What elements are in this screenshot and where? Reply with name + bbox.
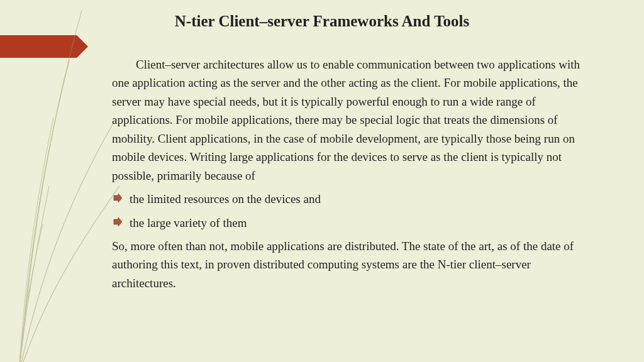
bullet-list: the limited resources on the devices and… bbox=[112, 190, 587, 232]
slide-body: Client–server architectures allow us to … bbox=[112, 55, 587, 292]
arrow-bullet-icon bbox=[113, 217, 122, 226]
list-item: the large variety of them bbox=[112, 214, 587, 232]
paragraph-conclusion: So, more often than not, mobile applicat… bbox=[112, 237, 587, 292]
list-item: the limited resources on the devices and bbox=[112, 190, 587, 208]
paragraph-intro: Client–server architectures allow us to … bbox=[112, 55, 587, 185]
slide-title: N-tier Client–server Frameworks And Tool… bbox=[0, 13, 644, 30]
accent-banner bbox=[0, 35, 77, 58]
list-item-text: the limited resources on the devices and bbox=[130, 192, 321, 206]
list-item-text: the large variety of them bbox=[130, 216, 247, 229]
arrow-bullet-icon bbox=[113, 194, 122, 202]
